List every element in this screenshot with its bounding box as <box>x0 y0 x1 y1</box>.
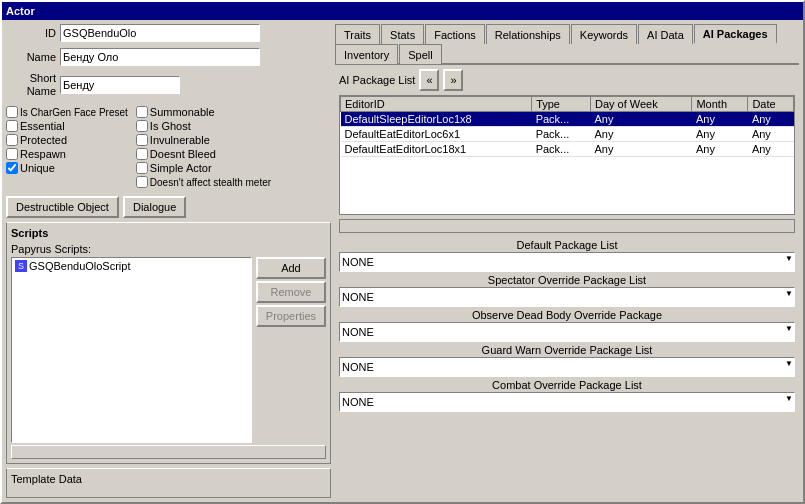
col-day-of-week[interactable]: Day of Week <box>590 97 691 112</box>
guard-warn-label: Guard Warn Override Package List <box>339 344 795 356</box>
doesnt-bleed-checkbox[interactable] <box>136 148 148 160</box>
tab-keywords[interactable]: Keywords <box>571 24 637 44</box>
next-button[interactable]: » <box>443 69 463 91</box>
checkbox-protected: Protected <box>6 134 128 146</box>
destructible-object-button[interactable]: Destructible Object <box>6 196 119 218</box>
checkbox-col-1: Is CharGen Face Preset Essential Protect… <box>6 106 128 188</box>
id-label: ID <box>6 27 56 39</box>
respawn-checkbox[interactable] <box>6 148 18 160</box>
guard-warn-row: Guard Warn Override Package List NONE <box>339 344 795 377</box>
window-title: Actor <box>6 5 35 17</box>
table-row[interactable]: DefaultEatEditorLoc18x1 Pack... Any Any … <box>341 142 794 157</box>
default-package-select[interactable]: NONE <box>339 252 795 272</box>
observe-dead-select-wrapper: NONE <box>339 322 795 342</box>
invulnerable-checkbox[interactable] <box>136 134 148 146</box>
checkbox-col-2: Summonable Is Ghost Invulnerable Doesnt … <box>136 106 271 188</box>
dialogue-button[interactable]: Dialogue <box>123 196 186 218</box>
scripts-inner: Papyrus Scripts: S GSQBenduOloScript Add… <box>11 243 326 443</box>
row1-editor-id: DefaultSleepEditorLoc1x8 <box>341 112 532 127</box>
is-ghost-label: Is Ghost <box>150 120 191 132</box>
tab-ai-packages[interactable]: AI Packages <box>694 24 777 44</box>
prev-button[interactable]: « <box>419 69 439 91</box>
tab-relationships[interactable]: Relationships <box>486 24 570 44</box>
row2-editor-id: DefaultEatEditorLoc6x1 <box>341 127 532 142</box>
essential-checkbox[interactable] <box>6 120 18 132</box>
spectator-override-select-wrapper: NONE <box>339 287 795 307</box>
table-row[interactable]: DefaultSleepEditorLoc1x8 Pack... Any Any… <box>341 112 794 127</box>
remove-script-button[interactable]: Remove <box>256 281 326 303</box>
short-name-input[interactable] <box>60 76 180 94</box>
col-date[interactable]: Date <box>748 97 794 112</box>
tab-factions[interactable]: Factions <box>425 24 485 44</box>
ai-package-header: AI Package List « » <box>339 69 795 91</box>
list-item: S GSQBenduOloScript <box>13 259 250 273</box>
add-script-button[interactable]: Add <box>256 257 326 279</box>
template-label: Template Data <box>11 473 82 485</box>
package-table: EditorID Type Day of Week Month Date Def… <box>340 96 794 157</box>
combat-override-select[interactable]: NONE <box>339 392 795 412</box>
name-input[interactable] <box>60 48 260 66</box>
dropdowns-area: Default Package List NONE Spectator Over… <box>339 239 795 412</box>
guard-warn-select[interactable]: NONE <box>339 357 795 377</box>
row3-editor-id: DefaultEatEditorLoc18x1 <box>341 142 532 157</box>
tab-stats-label: Stats <box>390 29 415 41</box>
summonable-label: Summonable <box>150 106 215 118</box>
checkbox-invulnerable: Invulnerable <box>136 134 271 146</box>
table-horizontal-scrollbar[interactable] <box>339 219 795 233</box>
col-month[interactable]: Month <box>692 97 748 112</box>
row1-month: Any <box>692 112 748 127</box>
stealth-label: Doesn't affect stealth meter <box>150 177 271 188</box>
script-listbox[interactable]: S GSQBenduOloScript <box>11 257 252 443</box>
tab-traits[interactable]: Traits <box>335 24 380 44</box>
name-label: Name <box>6 51 56 63</box>
spectator-override-row: Spectator Override Package List NONE <box>339 274 795 307</box>
script-scrollbar[interactable] <box>11 445 326 459</box>
row1-day: Any <box>590 112 691 127</box>
spectator-override-label: Spectator Override Package List <box>339 274 795 286</box>
col-editor-id[interactable]: EditorID <box>341 97 532 112</box>
script-buttons: Add Remove Properties <box>256 243 326 443</box>
checkbox-is-chargen: Is CharGen Face Preset <box>6 106 128 118</box>
col-type[interactable]: Type <box>532 97 591 112</box>
right-panel: Traits Stats Factions Relationships Keyw… <box>335 24 799 498</box>
is-ghost-checkbox[interactable] <box>136 120 148 132</box>
script-list-area: Papyrus Scripts: S GSQBenduOloScript <box>11 243 252 443</box>
table-row[interactable]: DefaultEatEditorLoc6x1 Pack... Any Any A… <box>341 127 794 142</box>
scripts-group-label: Scripts <box>11 227 326 239</box>
row3-type: Pack... <box>532 142 591 157</box>
tab-traits-label: Traits <box>344 29 371 41</box>
row3-day: Any <box>590 142 691 157</box>
tab-inventory-label: Inventory <box>344 49 389 61</box>
checkbox-simple-actor: Simple Actor <box>136 162 271 174</box>
row2-type: Pack... <box>532 127 591 142</box>
properties-script-button[interactable]: Properties <box>256 305 326 327</box>
spectator-override-select[interactable]: NONE <box>339 287 795 307</box>
id-row: ID <box>6 24 331 42</box>
script-name: GSQBenduOloScript <box>29 260 131 272</box>
tab-inventory[interactable]: Inventory <box>335 44 398 64</box>
action-buttons: Destructible Object Dialogue <box>6 196 331 218</box>
template-group: Template Data <box>6 468 331 498</box>
observe-dead-select[interactable]: NONE <box>339 322 795 342</box>
protected-checkbox[interactable] <box>6 134 18 146</box>
id-input[interactable] <box>60 24 260 42</box>
tab-stats[interactable]: Stats <box>381 24 424 44</box>
is-chargen-label: Is CharGen Face Preset <box>20 107 128 118</box>
title-bar: Actor <box>2 2 803 20</box>
protected-label: Protected <box>20 134 67 146</box>
tab-ai-data[interactable]: AI Data <box>638 24 693 44</box>
checkbox-respawn: Respawn <box>6 148 128 160</box>
is-chargen-checkbox[interactable] <box>6 106 18 118</box>
checkbox-stealth: Doesn't affect stealth meter <box>136 176 271 188</box>
stealth-checkbox[interactable] <box>136 176 148 188</box>
package-table-area[interactable]: EditorID Type Day of Week Month Date Def… <box>339 95 795 215</box>
simple-actor-checkbox[interactable] <box>136 162 148 174</box>
checkbox-doesnt-bleed: Doesnt Bleed <box>136 148 271 160</box>
default-package-select-wrapper: NONE <box>339 252 795 272</box>
tab-keywords-label: Keywords <box>580 29 628 41</box>
unique-checkbox[interactable] <box>6 162 18 174</box>
summonable-checkbox[interactable] <box>136 106 148 118</box>
tab-spell[interactable]: Spell <box>399 44 441 64</box>
row3-month: Any <box>692 142 748 157</box>
row2-day: Any <box>590 127 691 142</box>
